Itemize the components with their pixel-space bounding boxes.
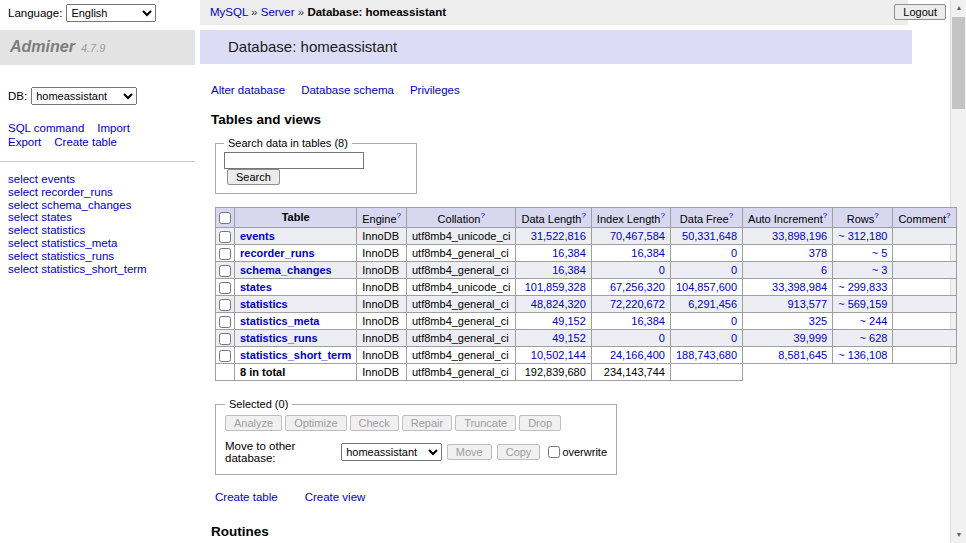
row-checkbox-recorder-runs[interactable] (219, 248, 231, 260)
sidebar-table-link-schema-changes[interactable]: select schema_changes (8, 199, 195, 212)
index-length-link[interactable]: 0 (659, 332, 665, 344)
data-free-link[interactable]: 0 (731, 315, 737, 327)
data-length-link[interactable]: 49,152 (552, 332, 586, 344)
table-link-events[interactable]: events (240, 230, 275, 242)
check-button[interactable]: Check (350, 415, 399, 431)
index-length-link[interactable]: 24,166,400 (610, 349, 665, 361)
row-checkbox-statistics-short-term[interactable] (219, 350, 231, 362)
search-input[interactable] (224, 152, 364, 169)
index-length-link[interactable]: 0 (659, 264, 665, 276)
index-length-link[interactable]: 16,384 (631, 315, 665, 327)
rows-link[interactable]: ~ 136,108 (838, 349, 887, 361)
index-length-link[interactable]: 16,384 (631, 247, 665, 259)
data-free-link[interactable]: 0 (731, 264, 737, 276)
sidebar-table-link-statistics[interactable]: select statistics (8, 224, 195, 237)
data-length-link[interactable]: 16,384 (552, 247, 586, 259)
data-length-link[interactable]: 10,502,144 (531, 349, 586, 361)
auto-increment-link[interactable]: 33,398,984 (772, 281, 827, 293)
column-help-link[interactable]: ? (581, 211, 585, 220)
rows-link[interactable]: ~ 3 (872, 264, 888, 276)
create-table-link[interactable]: Create table (215, 491, 278, 503)
table-link-schema-changes[interactable]: schema_changes (240, 264, 332, 276)
table-link-recorder-runs[interactable]: recorder_runs (240, 247, 315, 259)
copy-button[interactable]: Copy (497, 444, 541, 460)
data-length-link[interactable]: 49,152 (552, 315, 586, 327)
data-free-link[interactable]: 0 (731, 247, 737, 259)
breadcrumb-link-server[interactable]: Server (261, 6, 295, 18)
language-select[interactable]: English (66, 4, 156, 22)
data-free-link[interactable]: 188,743,680 (676, 349, 737, 361)
create-view-link[interactable]: Create view (305, 491, 366, 503)
overwrite-checkbox[interactable] (548, 446, 560, 458)
row-checkbox-states[interactable] (219, 282, 231, 294)
sidebar-link-import[interactable]: Import (97, 122, 130, 134)
data-free-link[interactable]: 104,857,600 (676, 281, 737, 293)
data-length-link[interactable]: 101,859,328 (525, 281, 586, 293)
scrollbar-down-arrow[interactable]: ▼ (951, 527, 966, 543)
move-button[interactable]: Move (447, 444, 492, 460)
data-length-link[interactable]: 48,824,320 (531, 298, 586, 310)
analyze-button[interactable]: Analyze (225, 415, 282, 431)
index-length-link[interactable]: 72,220,672 (610, 298, 665, 310)
rows-link[interactable]: ~ 244 (860, 315, 888, 327)
data-length-link[interactable]: 31,522,816 (531, 230, 586, 242)
db-select[interactable]: homeassistant (31, 87, 137, 105)
privileges-link[interactable]: Privileges (410, 84, 460, 96)
sidebar-link-export[interactable]: Export (8, 136, 41, 148)
auto-increment-link[interactable]: 39,999 (794, 332, 828, 344)
sidebar-link-create-table[interactable]: Create table (54, 136, 117, 148)
data-free-link[interactable]: 0 (731, 332, 737, 344)
auto-increment-link[interactable]: 325 (809, 315, 827, 327)
auto-increment-link[interactable]: 913,577 (787, 298, 827, 310)
sidebar-link-sql-command[interactable]: SQL command (8, 122, 84, 134)
index-length-link[interactable]: 67,256,320 (610, 281, 665, 293)
row-checkbox-statistics[interactable] (219, 299, 231, 311)
sidebar-table-link-events[interactable]: select events (8, 173, 195, 186)
table-link-statistics[interactable]: statistics (240, 298, 288, 310)
drop-button[interactable]: Drop (519, 415, 561, 431)
sidebar-table-link-states[interactable]: select states (8, 211, 195, 224)
sidebar-table-link-statistics-short-term[interactable]: select statistics_short_term (8, 263, 195, 276)
table-link-states[interactable]: states (240, 281, 272, 293)
logout-button[interactable]: Logout (894, 4, 946, 20)
column-help-link[interactable]: ? (397, 211, 401, 220)
row-checkbox-statistics-runs[interactable] (219, 333, 231, 345)
row-checkbox-schema-changes[interactable] (219, 265, 231, 277)
breadcrumb-link-mysql[interactable]: MySQL (210, 6, 248, 18)
row-checkbox-statistics-meta[interactable] (219, 316, 231, 328)
auto-increment-link[interactable]: 33,898,196 (772, 230, 827, 242)
scrollbar-thumb[interactable] (952, 17, 965, 109)
database-schema-link[interactable]: Database schema (301, 84, 394, 96)
repair-button[interactable]: Repair (402, 415, 452, 431)
column-help-link[interactable]: ? (874, 211, 878, 220)
table-link-statistics-meta[interactable]: statistics_meta (240, 315, 320, 327)
row-checkbox-events[interactable] (219, 231, 231, 243)
alter-database-link[interactable]: Alter database (211, 84, 285, 96)
rows-link[interactable]: ~ 628 (860, 332, 888, 344)
auto-increment-link[interactable]: 6 (821, 264, 827, 276)
column-help-link[interactable]: ? (480, 211, 484, 220)
sidebar-table-link-statistics-meta[interactable]: select statistics_meta (8, 237, 195, 250)
select-all-checkbox[interactable] (219, 212, 231, 224)
rows-link[interactable]: ~ 5 (872, 247, 888, 259)
column-help-link[interactable]: ? (660, 211, 664, 220)
search-button[interactable]: Search (227, 169, 280, 185)
rows-link[interactable]: ~ 569,159 (838, 298, 887, 310)
column-help-link[interactable]: ? (823, 211, 827, 220)
column-help-link[interactable]: ? (729, 211, 733, 220)
table-link-statistics-short-term[interactable]: statistics_short_term (240, 349, 351, 361)
truncate-button[interactable]: Truncate (455, 415, 516, 431)
move-db-select[interactable]: homeassistant (341, 443, 442, 461)
data-free-link[interactable]: 6,291,456 (688, 298, 737, 310)
sidebar-table-link-recorder-runs[interactable]: select recorder_runs (8, 186, 195, 199)
rows-link[interactable]: ~ 312,180 (838, 230, 887, 242)
optimize-button[interactable]: Optimize (285, 415, 346, 431)
data-free-link[interactable]: 50,331,648 (682, 230, 737, 242)
sidebar-table-link-statistics-runs[interactable]: select statistics_runs (8, 250, 195, 263)
column-help-link[interactable]: ? (946, 211, 950, 220)
app-logo[interactable]: Adminer (10, 38, 75, 55)
index-length-link[interactable]: 70,467,584 (610, 230, 665, 242)
scrollbar-up-arrow[interactable]: ▲ (951, 0, 966, 16)
auto-increment-link[interactable]: 8,581,645 (778, 349, 827, 361)
table-link-statistics-runs[interactable]: statistics_runs (240, 332, 318, 344)
